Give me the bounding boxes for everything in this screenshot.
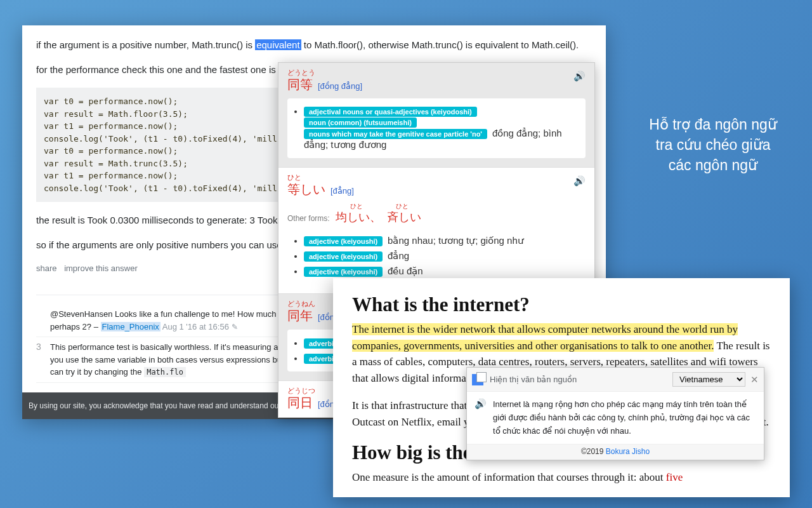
translator-header: Hiện thị văn bản nguồn Vietnamese ✕ <box>467 368 764 392</box>
gloss: đẳng <box>388 250 409 261</box>
selected-word[interactable]: equivalent <box>255 39 301 50</box>
senses-list: adjective (keiyoushi) bằng nhau; tương t… <box>287 227 586 284</box>
reading-link[interactable]: [đẳng] <box>331 186 354 196</box>
dict-entry: 🔊 ひと 等しい [đẳng] Other forms: ひと 均しい、 ひと … <box>278 168 594 294</box>
translator-popup: Hiện thị văn bản nguồn Vietnamese ✕ 🔊 In… <box>466 367 764 460</box>
comment-timestamp: Aug 1 '16 at 16:56 <box>162 322 229 331</box>
sense: adjective (keiyoushi) đẳng <box>304 250 582 262</box>
edit-icon: ✎ <box>232 323 238 331</box>
label: Other forms: <box>287 214 330 223</box>
comment-author-link[interactable]: Flame_Phoenix <box>101 322 160 331</box>
brand-link[interactable]: Bokura Jisho <box>606 447 650 456</box>
sense: adjective (keiyoushi) bằng nhau; tương t… <box>304 235 582 246</box>
reading-link[interactable]: [đồng đẳng] <box>318 81 362 91</box>
speaker-icon[interactable]: 🔊 <box>573 70 586 82</box>
pos-tag: noun (common) (futsuumeishi) <box>304 117 417 128</box>
speaker-icon[interactable]: 🔊 <box>475 398 487 438</box>
headword: どうとう 同等 [đồng đẳng] <box>287 69 586 93</box>
language-select[interactable]: Vietnamese <box>672 372 745 387</box>
promo-line: các ngôn ngữ <box>634 155 792 175</box>
close-icon[interactable]: ✕ <box>750 374 759 385</box>
article-heading: What is the internet? <box>352 293 771 316</box>
sense: adjective (keiyoushi) đều đặn <box>304 265 582 277</box>
promo-line: tra cứu chéo giữa <box>634 135 792 155</box>
text: One measure is the amount of information… <box>352 471 666 483</box>
furigana: ひと <box>287 174 586 181</box>
translator-footer: ©2019 Bokura Jisho <box>467 444 764 460</box>
article-paragraph: One measure is the amount of information… <box>352 469 771 486</box>
share-link[interactable]: share <box>36 264 57 273</box>
improve-answer-link[interactable]: improve this answer <box>64 264 138 273</box>
comment-score <box>36 308 50 333</box>
pos-tag: adjective (keiyoushi) <box>304 251 383 262</box>
translation-text: Internet là mạng rộng hơn cho phép các m… <box>493 398 756 438</box>
kanji: 同等 <box>287 77 313 91</box>
pos-tag: adjective (keiyoushi) <box>304 236 383 246</box>
pos-tag: adjectival nouns or quasi-adjectives (ke… <box>304 107 477 117</box>
speaker-icon[interactable]: 🔊 <box>573 175 586 187</box>
text: to Math.floor(), otherwise Math.trunc() … <box>301 39 579 50</box>
answer-paragraph: if the argument is a positive number, Ma… <box>36 38 592 51</box>
article-link[interactable]: five <box>666 471 683 483</box>
kanji: 同年 <box>287 309 313 323</box>
promo-text: Hỗ trợ đa ngôn ngữ tra cứu chéo giữa các… <box>634 114 792 176</box>
headword: ひと 等しい [đẳng] <box>287 174 586 198</box>
kanji: 等しい <box>287 182 325 196</box>
google-translate-icon <box>472 374 483 385</box>
inline-code: Math.flo <box>144 367 186 377</box>
show-source-toggle[interactable]: Hiện thị văn bản nguồn <box>490 375 672 384</box>
kanji: 斉しい <box>387 211 421 224</box>
text: if the argument is a positive number, Ma… <box>36 39 255 50</box>
senses-list: adjectival nouns or quasi-adjectives (ke… <box>287 98 586 158</box>
dict-entry: 🔊 どうとう 同等 [đồng đẳng] adjectival nouns o… <box>278 63 594 168</box>
gloss: đều đặn <box>388 265 423 276</box>
promo-line: Hỗ trợ đa ngôn ngữ <box>634 114 792 135</box>
furigana: どうとう <box>287 69 586 76</box>
kanji: 同日 <box>287 396 313 410</box>
furigana: ひと <box>332 203 381 210</box>
furigana: ひと <box>383 203 421 210</box>
pos-tag: nouns which may take the genitive case p… <box>304 129 487 139</box>
sense: adjectival nouns or quasi-adjectives (ke… <box>304 106 582 150</box>
pos-tag: adjective (keiyoushi) <box>304 267 383 277</box>
kanji: 均しい、 <box>336 211 381 224</box>
gloss: bằng nhau; tương tự; giống như <box>388 235 524 246</box>
copyright: ©2019 <box>581 447 606 456</box>
translator-body: 🔊 Internet là mạng rộng hơn cho phép các… <box>467 392 764 444</box>
other-forms: Other forms: ひと 均しい、 ひと 斉しい <box>287 203 586 225</box>
comment-score: 3 <box>36 341 50 378</box>
highlighted-selection[interactable]: The internet is the wider network that a… <box>352 323 738 352</box>
